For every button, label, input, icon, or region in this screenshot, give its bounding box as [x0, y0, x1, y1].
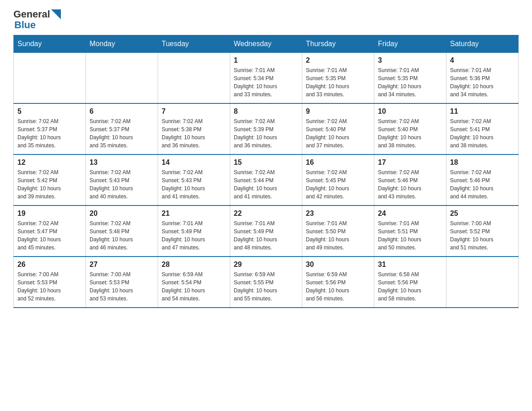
day-info: Sunrise: 7:00 AM Sunset: 5:53 PM Dayligh…: [17, 270, 82, 303]
day-number: 23: [306, 210, 370, 218]
day-number: 11: [450, 107, 515, 116]
day-info: Sunrise: 7:02 AM Sunset: 5:37 PM Dayligh…: [17, 117, 82, 150]
day-info: Sunrise: 7:02 AM Sunset: 5:40 PM Dayligh…: [378, 117, 442, 150]
day-number: 18: [450, 158, 515, 167]
day-number: 7: [162, 107, 226, 116]
calendar-cell: 27Sunrise: 7:00 AM Sunset: 5:53 PM Dayli…: [86, 257, 158, 308]
calendar-week-row: 26Sunrise: 7:00 AM Sunset: 5:53 PM Dayli…: [14, 257, 519, 308]
day-info: Sunrise: 7:02 AM Sunset: 5:44 PM Dayligh…: [234, 168, 298, 201]
calendar-header-row: SundayMondayTuesdayWednesdayThursdayFrid…: [14, 35, 519, 53]
calendar-cell: 14Sunrise: 7:02 AM Sunset: 5:43 PM Dayli…: [158, 154, 230, 206]
calendar-cell: 13Sunrise: 7:02 AM Sunset: 5:43 PM Dayli…: [86, 154, 158, 206]
day-number: 8: [234, 107, 298, 116]
calendar-cell: [14, 53, 86, 104]
calendar-header-friday: Friday: [374, 35, 446, 53]
day-number: 29: [234, 261, 298, 269]
calendar-cell: 2Sunrise: 7:01 AM Sunset: 5:35 PM Daylig…: [302, 53, 374, 104]
day-info: Sunrise: 7:02 AM Sunset: 5:37 PM Dayligh…: [90, 117, 154, 150]
day-info: Sunrise: 7:02 AM Sunset: 5:46 PM Dayligh…: [378, 168, 442, 201]
day-number: 5: [17, 107, 82, 116]
calendar-cell: 3Sunrise: 7:01 AM Sunset: 5:35 PM Daylig…: [374, 53, 446, 104]
day-info: Sunrise: 7:01 AM Sunset: 5:49 PM Dayligh…: [234, 219, 298, 252]
logo-general-text: General: [13, 9, 50, 20]
day-info: Sunrise: 7:02 AM Sunset: 5:45 PM Dayligh…: [306, 168, 370, 201]
calendar-cell: 31Sunrise: 6:58 AM Sunset: 5:56 PM Dayli…: [374, 257, 446, 308]
calendar-week-row: 12Sunrise: 7:02 AM Sunset: 5:42 PM Dayli…: [14, 154, 519, 206]
calendar-table: SundayMondayTuesdayWednesdayThursdayFrid…: [13, 35, 519, 308]
calendar-cell: 29Sunrise: 6:59 AM Sunset: 5:55 PM Dayli…: [230, 257, 302, 308]
day-info: Sunrise: 7:02 AM Sunset: 5:46 PM Dayligh…: [450, 168, 515, 201]
day-info: Sunrise: 6:59 AM Sunset: 5:56 PM Dayligh…: [306, 270, 370, 303]
calendar-cell: 21Sunrise: 7:01 AM Sunset: 5:49 PM Dayli…: [158, 206, 230, 257]
calendar-week-row: 1Sunrise: 7:01 AM Sunset: 5:34 PM Daylig…: [14, 53, 519, 104]
day-number: 6: [90, 107, 154, 116]
calendar-week-row: 5Sunrise: 7:02 AM Sunset: 5:37 PM Daylig…: [14, 103, 519, 154]
calendar-cell: 30Sunrise: 6:59 AM Sunset: 5:56 PM Dayli…: [302, 257, 374, 308]
day-number: 25: [450, 210, 515, 218]
logo: General Blue: [13, 9, 61, 30]
day-info: Sunrise: 7:02 AM Sunset: 5:47 PM Dayligh…: [17, 219, 82, 252]
day-number: 22: [234, 210, 298, 218]
calendar-header-monday: Monday: [86, 35, 158, 53]
calendar-cell: 11Sunrise: 7:02 AM Sunset: 5:41 PM Dayli…: [446, 103, 519, 154]
day-number: 4: [450, 56, 515, 64]
calendar-cell: 17Sunrise: 7:02 AM Sunset: 5:46 PM Dayli…: [374, 154, 446, 206]
day-number: 31: [378, 261, 442, 269]
day-info: Sunrise: 7:01 AM Sunset: 5:36 PM Dayligh…: [450, 66, 515, 98]
day-number: 15: [234, 158, 298, 167]
calendar-cell: 28Sunrise: 6:59 AM Sunset: 5:54 PM Dayli…: [158, 257, 230, 308]
day-info: Sunrise: 7:01 AM Sunset: 5:34 PM Dayligh…: [234, 66, 298, 98]
day-number: 2: [306, 56, 370, 64]
logo-blue-text: Blue: [14, 20, 61, 30]
calendar-cell: 8Sunrise: 7:02 AM Sunset: 5:39 PM Daylig…: [230, 103, 302, 154]
calendar-cell: 26Sunrise: 7:00 AM Sunset: 5:53 PM Dayli…: [14, 257, 86, 308]
day-info: Sunrise: 7:02 AM Sunset: 5:38 PM Dayligh…: [162, 117, 226, 150]
day-info: Sunrise: 6:59 AM Sunset: 5:54 PM Dayligh…: [162, 270, 226, 303]
calendar-cell: 4Sunrise: 7:01 AM Sunset: 5:36 PM Daylig…: [446, 53, 519, 104]
day-number: 30: [306, 261, 370, 269]
day-number: 28: [162, 261, 226, 269]
day-info: Sunrise: 7:00 AM Sunset: 5:53 PM Dayligh…: [90, 270, 154, 303]
day-info: Sunrise: 7:01 AM Sunset: 5:50 PM Dayligh…: [306, 219, 370, 252]
calendar-cell: 25Sunrise: 7:00 AM Sunset: 5:52 PM Dayli…: [446, 206, 519, 257]
calendar-cell: 9Sunrise: 7:02 AM Sunset: 5:40 PM Daylig…: [302, 103, 374, 154]
day-number: 19: [17, 210, 82, 218]
day-number: 1: [234, 56, 298, 64]
page-header: General Blue: [13, 9, 519, 30]
calendar-cell: 7Sunrise: 7:02 AM Sunset: 5:38 PM Daylig…: [158, 103, 230, 154]
day-number: 24: [378, 210, 442, 218]
day-number: 21: [162, 210, 226, 218]
calendar-cell: 15Sunrise: 7:02 AM Sunset: 5:44 PM Dayli…: [230, 154, 302, 206]
calendar-cell: 1Sunrise: 7:01 AM Sunset: 5:34 PM Daylig…: [230, 53, 302, 104]
calendar-cell: 5Sunrise: 7:02 AM Sunset: 5:37 PM Daylig…: [14, 103, 86, 154]
calendar-cell: 16Sunrise: 7:02 AM Sunset: 5:45 PM Dayli…: [302, 154, 374, 206]
calendar-cell: 10Sunrise: 7:02 AM Sunset: 5:40 PM Dayli…: [374, 103, 446, 154]
day-number: 12: [17, 158, 82, 167]
calendar-header-tuesday: Tuesday: [158, 35, 230, 53]
day-number: 13: [90, 158, 154, 167]
day-number: 17: [378, 158, 442, 167]
calendar-cell: 24Sunrise: 7:01 AM Sunset: 5:51 PM Dayli…: [374, 206, 446, 257]
calendar-cell: 6Sunrise: 7:02 AM Sunset: 5:37 PM Daylig…: [86, 103, 158, 154]
day-info: Sunrise: 7:02 AM Sunset: 5:40 PM Dayligh…: [306, 117, 370, 150]
calendar-header-thursday: Thursday: [302, 35, 374, 53]
day-info: Sunrise: 7:02 AM Sunset: 5:43 PM Dayligh…: [90, 168, 154, 201]
calendar-cell: [86, 53, 158, 104]
day-info: Sunrise: 7:01 AM Sunset: 5:51 PM Dayligh…: [378, 219, 442, 252]
day-info: Sunrise: 7:02 AM Sunset: 5:42 PM Dayligh…: [17, 168, 82, 201]
calendar-cell: 22Sunrise: 7:01 AM Sunset: 5:49 PM Dayli…: [230, 206, 302, 257]
calendar-cell: [158, 53, 230, 104]
calendar-cell: 18Sunrise: 7:02 AM Sunset: 5:46 PM Dayli…: [446, 154, 519, 206]
day-number: 14: [162, 158, 226, 167]
day-info: Sunrise: 6:58 AM Sunset: 5:56 PM Dayligh…: [378, 270, 442, 303]
day-info: Sunrise: 7:01 AM Sunset: 5:49 PM Dayligh…: [162, 219, 226, 252]
calendar-cell: 19Sunrise: 7:02 AM Sunset: 5:47 PM Dayli…: [14, 206, 86, 257]
day-info: Sunrise: 7:02 AM Sunset: 5:43 PM Dayligh…: [162, 168, 226, 201]
calendar-header-sunday: Sunday: [14, 35, 86, 53]
day-number: 16: [306, 158, 370, 167]
day-number: 3: [378, 56, 442, 64]
day-number: 9: [306, 107, 370, 116]
calendar-header-wednesday: Wednesday: [230, 35, 302, 53]
calendar-week-row: 19Sunrise: 7:02 AM Sunset: 5:47 PM Dayli…: [14, 206, 519, 257]
calendar-cell: 12Sunrise: 7:02 AM Sunset: 5:42 PM Dayli…: [14, 154, 86, 206]
